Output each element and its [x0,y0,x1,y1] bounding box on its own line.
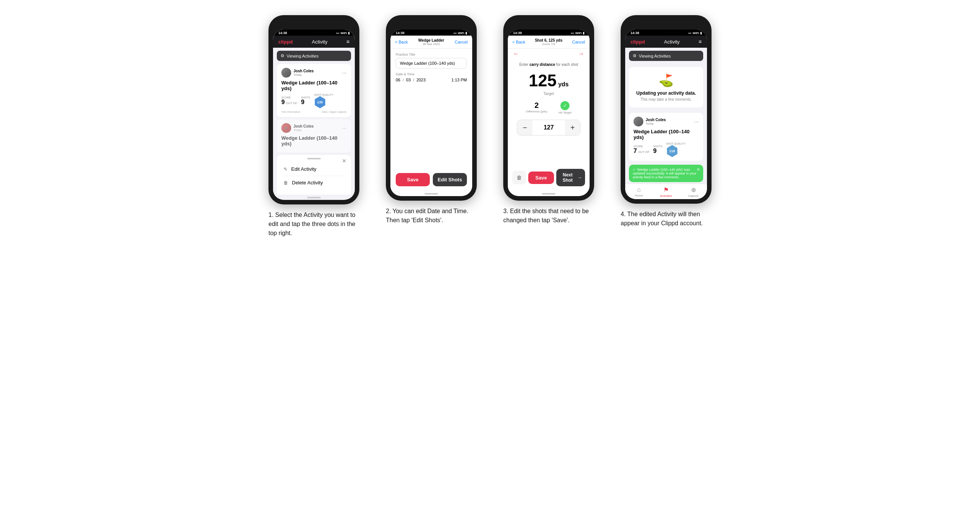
back-btn-3[interactable]: < Back [512,40,525,44]
practice-title-label: Practice Title [396,52,467,56]
activity-card-1[interactable]: JC Josh Coles Today ··· Wedge Ladder (10… [277,64,351,117]
tab-capture[interactable]: ⊕ Capture [680,186,707,198]
time-field[interactable]: 1:13 PM [451,78,467,82]
phone-2-col: 14:38 ▪▪▪ WiFi ▮ < Back Wedge Ladder 06 … [378,15,484,225]
battery-icon-2: ▮ [465,32,467,35]
prev-shot-arrow[interactable]: ← [513,50,519,57]
signal-icon-4: ▪▪▪ [689,32,692,35]
user-details-2: Josh Coles Today [293,124,313,132]
stepper-minus[interactable]: − [517,120,532,135]
shot-distance: 125 yds [513,71,584,90]
activity-card-2[interactable]: JC Josh Coles Today ··· Wedge Ladder (10… [277,119,351,152]
toast-check-icon: ✓ [633,168,637,171]
dots-menu-1[interactable]: ··· [342,70,347,76]
date-yyyy[interactable]: 2023 [417,78,426,82]
caption-4: 4. The edited Activity will then appear … [620,210,711,228]
viewing-bar-1: ⚙ Viewing Activities [277,51,351,61]
cancel-btn-3[interactable]: Cancel [572,40,585,44]
save-shot-button[interactable]: Save [528,171,554,184]
arrow-right-icon: → [578,175,582,180]
card-title-2: Wedge Ladder (100–140 yds) [282,135,347,146]
stepper-value: 127 [532,124,565,131]
hamburger-icon-4[interactable]: ≡ [698,39,702,44]
nav-title-4: Activity [664,39,679,44]
nav-bar-2: < Back Wedge Ladder 06 Mar 2023 Cancel [390,36,472,49]
status-icons-1: ▪▪▪ WiFi ▮ [336,32,350,35]
shots-group-1: Shots 9 [301,96,310,106]
delete-activity-item[interactable]: 🗑 Delete Activity [282,176,346,189]
status-icons-2: ▪▪▪ WiFi ▮ [453,32,467,35]
phone-1-screen: 14:38 ▪▪▪ WiFi ▮ clippd Activity ≡ ⚙ [273,30,355,200]
card-title-4: Wedge Ladder (100–140 yds) [633,129,698,140]
phone-4-notch [647,20,685,28]
phone-3-notch [530,20,568,28]
home-indicator-1 [307,197,321,198]
edit-activity-item[interactable]: ✎ Edit Activity [282,162,346,176]
practice-title-input[interactable] [396,58,467,68]
logo-1: clippd [278,39,293,44]
next-shot-button[interactable]: Next Shot → [556,169,585,186]
phones-container: 14:38 ▪▪▪ WiFi ▮ clippd Activity ≡ ⚙ [261,15,719,238]
input-stepper[interactable]: − 127 + [517,120,581,135]
trash-icon: 🗑 [284,180,288,186]
battery-icon-3: ▮ [583,32,584,35]
edit-shots-button[interactable]: Edit Shots [433,173,467,186]
user-name-1: Josh Coles [293,69,313,73]
user-info-4: JC Josh Coles Today [633,117,666,127]
phone-4-frame: 14:38 ▪▪▪ WiFi ▮ clippd Activity ≡ ⚙ [620,15,711,204]
updating-section: ⛳ Updating your activity data. This may … [629,67,703,108]
tab-bar-4: ⌂ Home ⚑ Activities ⊕ Capture [625,184,707,199]
wifi-icon-1: WiFi [340,32,347,35]
updating-sub: This may take a few moments. [633,97,699,102]
caption-2: 2. You can edit Date and Time. Then tap … [386,207,477,225]
phone-4-col: 14:38 ▪▪▪ WiFi ▮ clippd Activity ≡ ⚙ [613,15,719,228]
viewing-bar-4: ⚙ Viewing Activities [629,51,703,61]
shot-nav-center: Shot 6, 125 yds Score 7/9 [535,38,562,46]
signal-icon-3: ▪▪▪ [571,32,574,35]
back-btn-2[interactable]: < Back [395,40,408,44]
card-footer-1: Test Information Data: Clippd Capture [282,111,347,113]
status-time-1: 14:38 [278,31,287,35]
shot-metrics: 2 Difference (yds) ✓ Hit Target [513,101,584,114]
caption-3: 3. Edit the shots that need to be change… [503,207,594,225]
home-indicator-3 [542,193,555,195]
hit-target-check: ✓ [560,101,570,110]
card-stats-1: Score 9 OUT OF Shots 9 [282,94,347,108]
score-group-1: Score 9 OUT OF [282,96,297,106]
wifi-icon-3: WiFi [575,32,582,35]
cancel-btn-2[interactable]: Cancel [455,40,468,44]
toast-close-btn[interactable]: ✕ [696,167,700,172]
stepper-plus[interactable]: + [565,120,580,135]
phone-3-frame: 14:39 ▪▪▪ WiFi ▮ < Back Shot 6, 125 yds … [503,15,594,201]
activity-card-4[interactable]: JC Josh Coles Today ··· Wedge Ladder (10… [629,113,703,161]
datetime-label: Date & Time [396,72,467,76]
sheet-close-btn[interactable]: ✕ [342,158,347,164]
shots-group-4: Shots 9 [653,145,662,154]
phone-3-screen: 14:39 ▪▪▪ WiFi ▮ < Back Shot 6, 125 yds … [508,30,590,196]
shot-actions: 🗑 Save Next Shot → [508,166,590,191]
next-shot-arrow[interactable]: → [578,50,584,57]
delete-shot-button[interactable]: 🗑 [512,171,526,184]
quality-badge-4: 118 [666,145,678,157]
date-mm[interactable]: 03 [406,78,410,82]
edit-icon: ✎ [284,167,287,172]
tab-activities[interactable]: ⚑ Activities [652,186,680,198]
status-icons-4: ▪▪▪ WiFi ▮ [689,32,702,35]
shot-nav-arrows: ← → [508,49,590,59]
user-date-1: Today [293,73,313,76]
avatar-1: JC [282,68,291,78]
status-time-3: 14:39 [513,31,522,35]
shot-screen: Enter carry distance for each shot 125 y… [508,59,590,139]
phone-1-frame: 14:38 ▪▪▪ WiFi ▮ clippd Activity ≡ ⚙ [269,15,360,205]
user-details-1: Josh Coles Today [293,69,313,76]
date-dd[interactable]: 06 [396,78,400,82]
tab-home[interactable]: ⌂ Home [625,186,652,198]
updating-title: Updating your activity data. [633,90,699,96]
hamburger-icon-1[interactable]: ≡ [347,39,350,44]
dots-menu-2[interactable]: ··· [342,125,347,131]
form-section-2: Practice Title Date & Time 06 / 03 / 202… [390,49,472,86]
home-icon: ⌂ [637,186,641,193]
save-button-2[interactable]: Save [396,173,430,186]
dots-menu-4[interactable]: ··· [694,119,698,125]
status-bar-3: 14:39 ▪▪▪ WiFi ▮ [508,30,590,36]
